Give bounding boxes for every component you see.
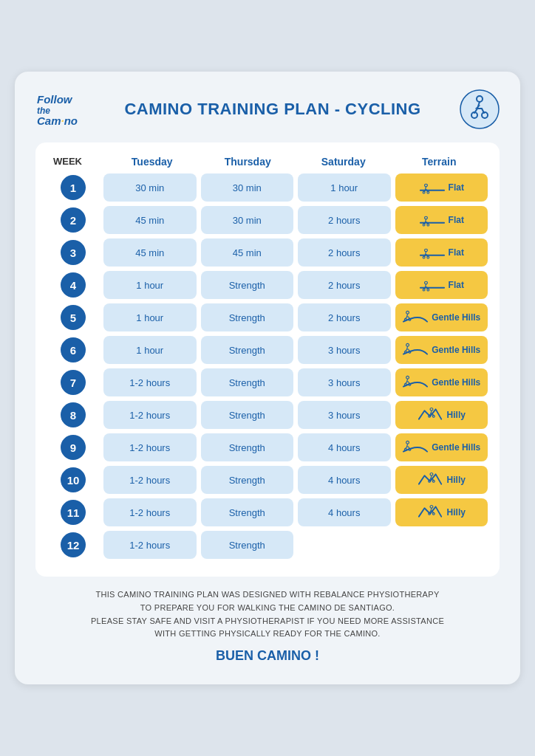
tuesday-cell: 1-2 hours bbox=[103, 531, 197, 559]
terrain-label: Gentle Hills bbox=[432, 345, 480, 355]
week-number: 8 bbox=[47, 402, 99, 427]
svg-point-22 bbox=[426, 289, 429, 291]
svg-text:Follow: Follow bbox=[37, 93, 73, 106]
header-cyclist-icon bbox=[460, 89, 500, 129]
saturday-cell: 4 hours bbox=[298, 433, 391, 461]
terrain-icon bbox=[418, 471, 444, 489]
table-row: 12 1-2 hours Strength bbox=[47, 531, 488, 559]
col-tuesday: Tuesday bbox=[106, 156, 198, 168]
table-row: 3 45 min 45 min 2 hours Flat bbox=[47, 238, 488, 267]
week-number: 11 bbox=[47, 500, 99, 525]
tuesday-cell: 1-2 hours bbox=[103, 466, 197, 494]
page-title: CAMINO TRAINING PLAN - CYCLING bbox=[86, 100, 460, 119]
week-number: 5 bbox=[47, 305, 99, 330]
terrain-cell: Hilly bbox=[395, 466, 488, 494]
tuesday-cell: 1 hour bbox=[103, 271, 197, 299]
terrain-label: Flat bbox=[449, 280, 464, 290]
thursday-cell: Strength bbox=[201, 271, 294, 299]
week-circle: 4 bbox=[61, 272, 86, 298]
terrain-icon bbox=[419, 244, 446, 262]
saturday-cell: 2 hours bbox=[298, 303, 391, 331]
terrain-icon bbox=[419, 179, 446, 197]
svg-point-21 bbox=[423, 289, 425, 291]
week-circle: 1 bbox=[61, 175, 86, 200]
tuesday-cell: 45 min bbox=[103, 206, 197, 234]
week-number: 1 bbox=[47, 175, 99, 200]
terrain-icon bbox=[419, 211, 446, 230]
saturday-cell: 4 hours bbox=[298, 466, 391, 494]
terrain-label: Hilly bbox=[447, 410, 466, 420]
svg-point-34 bbox=[432, 415, 435, 417]
week-circle: 11 bbox=[61, 500, 86, 525]
thursday-cell: Strength bbox=[201, 466, 294, 494]
tuesday-cell: 1 hour bbox=[103, 336, 197, 364]
terrain-label: Hilly bbox=[447, 475, 466, 485]
closing-text: BUEN CAMINO ! bbox=[35, 648, 500, 664]
tuesday-cell: 1-2 hours bbox=[103, 498, 197, 526]
saturday-cell: 3 hours bbox=[298, 336, 391, 364]
week-circle: 2 bbox=[61, 207, 86, 233]
header: Follow the Cam·no CAMINO TRAINING PLAN -… bbox=[35, 89, 500, 129]
tuesday-cell: 1 hour bbox=[103, 303, 197, 331]
svg-point-9 bbox=[423, 191, 425, 193]
table-row: 7 1-2 hours Strength 3 hours Gentle Hill… bbox=[47, 368, 488, 396]
svg-point-13 bbox=[423, 224, 425, 226]
svg-point-43 bbox=[432, 512, 435, 515]
saturday-cell: 2 hours bbox=[298, 238, 391, 267]
week-number: 9 bbox=[47, 435, 99, 460]
tuesday-cell: 45 min bbox=[103, 238, 197, 267]
thursday-cell: Strength bbox=[201, 498, 294, 526]
svg-point-17 bbox=[423, 256, 425, 258]
terrain-cell: Flat bbox=[395, 173, 488, 202]
tuesday-cell: 1-2 hours bbox=[103, 433, 197, 461]
week-circle: 5 bbox=[61, 305, 86, 330]
table-row: 1 30 min 30 min 1 hour Flat bbox=[47, 173, 488, 202]
week-circle: 12 bbox=[61, 532, 86, 557]
saturday-cell: 3 hours bbox=[298, 401, 391, 429]
terrain-icon bbox=[419, 276, 446, 295]
week-circle: 10 bbox=[61, 467, 86, 492]
tuesday-cell: 30 min bbox=[103, 173, 197, 202]
tuesday-cell: 1-2 hours bbox=[103, 368, 197, 396]
page: Follow the Cam·no CAMINO TRAINING PLAN -… bbox=[15, 72, 520, 684]
week-circle: 7 bbox=[61, 370, 86, 395]
saturday-cell: 2 hours bbox=[298, 271, 391, 299]
col-week: WEEK bbox=[50, 156, 102, 168]
svg-point-36 bbox=[405, 448, 407, 450]
terrain-label: Flat bbox=[449, 215, 464, 225]
table-row: 8 1-2 hours Strength 3 hours Hilly bbox=[47, 401, 488, 429]
svg-point-14 bbox=[426, 224, 429, 226]
thursday-cell: Strength bbox=[201, 531, 294, 559]
terrain-icon bbox=[402, 341, 429, 360]
week-number: 10 bbox=[47, 467, 99, 492]
terrain-icon bbox=[402, 439, 429, 457]
tuesday-cell: 1-2 hours bbox=[103, 401, 197, 429]
table-row: 4 1 hour Strength 2 hours Flat bbox=[47, 271, 488, 299]
thursday-cell: Strength bbox=[201, 336, 294, 364]
terrain-icon bbox=[402, 374, 429, 392]
week-number: 7 bbox=[47, 370, 99, 395]
week-circle: 6 bbox=[61, 337, 86, 362]
svg-point-10 bbox=[426, 191, 429, 193]
terrain-cell: Flat bbox=[395, 271, 488, 299]
thursday-cell: Strength bbox=[201, 368, 294, 396]
saturday-cell-empty bbox=[298, 531, 391, 559]
logo-area: Follow the Cam·no bbox=[35, 90, 86, 128]
column-headers: WEEK Tuesday Thursday Saturday Terrain bbox=[47, 156, 488, 168]
week-number: 6 bbox=[47, 337, 99, 362]
svg-point-30 bbox=[405, 383, 407, 385]
terrain-icon bbox=[418, 406, 444, 425]
rows-container: 1 30 min 30 min 1 hour Flat 2 45 min 30 … bbox=[47, 173, 488, 559]
terrain-cell: Gentle Hills bbox=[395, 303, 488, 331]
thursday-cell: 30 min bbox=[201, 173, 294, 202]
logo-icon: Follow the Cam·no bbox=[35, 90, 86, 128]
terrain-cell: Hilly bbox=[395, 401, 488, 429]
saturday-cell: 2 hours bbox=[298, 206, 391, 234]
table-row: 5 1 hour Strength 2 hours Gentle Hills bbox=[47, 303, 488, 331]
terrain-icon bbox=[402, 309, 429, 327]
terrain-label: Hilly bbox=[447, 507, 466, 518]
terrain-label: Gentle Hills bbox=[432, 312, 480, 323]
svg-point-24 bbox=[405, 318, 407, 320]
terrain-icon bbox=[418, 504, 444, 522]
thursday-cell: 30 min bbox=[201, 206, 294, 234]
